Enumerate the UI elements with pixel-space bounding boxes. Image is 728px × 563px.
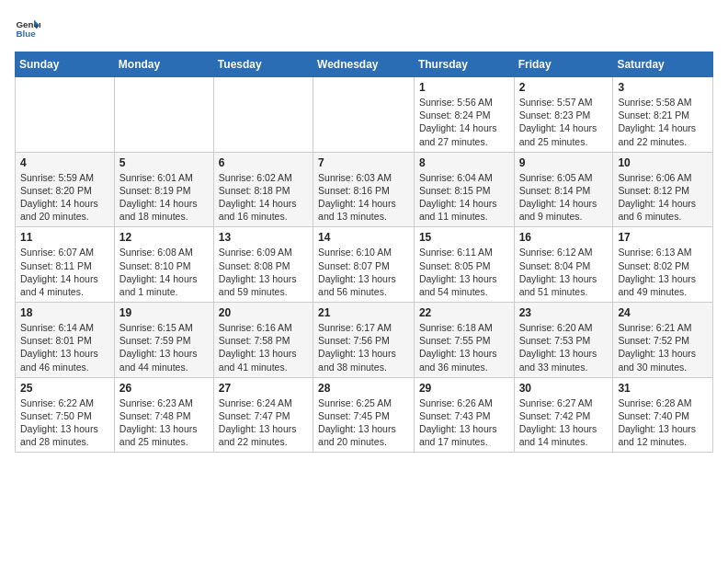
calendar-cell: 8Sunrise: 6:04 AM Sunset: 8:15 PM Daylig… (414, 152, 514, 227)
day-info: Sunrise: 6:11 AM Sunset: 8:05 PM Dayligh… (419, 246, 509, 298)
calendar-cell: 17Sunrise: 6:13 AM Sunset: 8:02 PM Dayli… (613, 227, 713, 303)
header-thursday: Thursday (414, 52, 514, 77)
day-info: Sunrise: 6:05 AM Sunset: 8:14 PM Dayligh… (519, 171, 609, 224)
day-info: Sunrise: 6:23 AM Sunset: 7:48 PM Dayligh… (119, 396, 209, 449)
calendar-cell: 15Sunrise: 6:11 AM Sunset: 8:05 PM Dayli… (414, 227, 514, 303)
calendar-cell (213, 77, 313, 153)
calendar-cell: 5Sunrise: 6:01 AM Sunset: 8:19 PM Daylig… (114, 152, 213, 227)
day-info: Sunrise: 6:01 AM Sunset: 8:19 PM Dayligh… (119, 171, 209, 224)
calendar-week-row: 4Sunrise: 5:59 AM Sunset: 8:20 PM Daylig… (16, 152, 713, 227)
calendar-cell: 27Sunrise: 6:24 AM Sunset: 7:47 PM Dayli… (213, 377, 313, 453)
day-number: 3 (618, 81, 708, 94)
calendar-cell: 9Sunrise: 6:05 AM Sunset: 8:14 PM Daylig… (514, 152, 613, 227)
day-info: Sunrise: 6:21 AM Sunset: 7:52 PM Dayligh… (618, 321, 708, 373)
day-number: 27 (219, 382, 308, 395)
day-info: Sunrise: 6:24 AM Sunset: 7:47 PM Dayligh… (219, 396, 308, 449)
calendar-cell (313, 77, 415, 153)
calendar-cell: 26Sunrise: 6:23 AM Sunset: 7:48 PM Dayli… (114, 377, 213, 453)
day-info: Sunrise: 5:56 AM Sunset: 8:24 PM Dayligh… (419, 96, 509, 148)
day-info: Sunrise: 5:59 AM Sunset: 8:20 PM Dayligh… (20, 171, 109, 224)
logo-icon: General Blue (15, 15, 40, 40)
calendar-week-row: 18Sunrise: 6:14 AM Sunset: 8:01 PM Dayli… (16, 303, 713, 378)
day-info: Sunrise: 6:10 AM Sunset: 8:07 PM Dayligh… (318, 246, 409, 298)
day-info: Sunrise: 5:57 AM Sunset: 8:23 PM Dayligh… (519, 96, 609, 148)
day-number: 26 (119, 382, 209, 395)
day-number: 6 (219, 156, 308, 169)
day-info: Sunrise: 6:13 AM Sunset: 8:02 PM Dayligh… (618, 246, 708, 298)
calendar-cell: 4Sunrise: 5:59 AM Sunset: 8:20 PM Daylig… (16, 152, 115, 227)
day-info: Sunrise: 6:25 AM Sunset: 7:45 PM Dayligh… (318, 396, 409, 449)
calendar-cell: 10Sunrise: 6:06 AM Sunset: 8:12 PM Dayli… (613, 152, 713, 227)
calendar-cell: 11Sunrise: 6:07 AM Sunset: 8:11 PM Dayli… (16, 227, 115, 303)
svg-text:Blue: Blue (16, 29, 36, 39)
calendar-week-row: 1Sunrise: 5:56 AM Sunset: 8:24 PM Daylig… (16, 77, 713, 153)
day-info: Sunrise: 6:22 AM Sunset: 7:50 PM Dayligh… (20, 396, 109, 449)
calendar-cell: 2Sunrise: 5:57 AM Sunset: 8:23 PM Daylig… (514, 77, 613, 153)
day-number: 5 (119, 156, 209, 169)
calendar-cell: 21Sunrise: 6:17 AM Sunset: 7:56 PM Dayli… (313, 303, 415, 378)
logo: General Blue (15, 15, 44, 40)
calendar-cell: 18Sunrise: 6:14 AM Sunset: 8:01 PM Dayli… (16, 303, 115, 378)
day-info: Sunrise: 6:26 AM Sunset: 7:43 PM Dayligh… (419, 396, 509, 449)
day-number: 25 (20, 382, 109, 395)
day-info: Sunrise: 6:14 AM Sunset: 8:01 PM Dayligh… (20, 321, 109, 373)
calendar-cell: 19Sunrise: 6:15 AM Sunset: 7:59 PM Dayli… (114, 303, 213, 378)
day-number: 7 (318, 156, 409, 169)
calendar-cell: 13Sunrise: 6:09 AM Sunset: 8:08 PM Dayli… (213, 227, 313, 303)
day-number: 31 (618, 382, 708, 395)
calendar-table: SundayMondayTuesdayWednesdayThursdayFrid… (15, 52, 713, 453)
header-tuesday: Tuesday (213, 52, 313, 77)
day-info: Sunrise: 5:58 AM Sunset: 8:21 PM Dayligh… (618, 96, 708, 148)
calendar-cell: 12Sunrise: 6:08 AM Sunset: 8:10 PM Dayli… (114, 227, 213, 303)
calendar-cell: 14Sunrise: 6:10 AM Sunset: 8:07 PM Dayli… (313, 227, 415, 303)
calendar-cell: 7Sunrise: 6:03 AM Sunset: 8:16 PM Daylig… (313, 152, 415, 227)
calendar-week-row: 25Sunrise: 6:22 AM Sunset: 7:50 PM Dayli… (16, 377, 713, 453)
day-info: Sunrise: 6:27 AM Sunset: 7:42 PM Dayligh… (519, 396, 609, 449)
calendar-cell (114, 77, 213, 153)
calendar-cell: 29Sunrise: 6:26 AM Sunset: 7:43 PM Dayli… (414, 377, 514, 453)
day-number: 17 (618, 231, 708, 244)
header-friday: Friday (514, 52, 613, 77)
day-info: Sunrise: 6:12 AM Sunset: 8:04 PM Dayligh… (519, 246, 609, 298)
day-info: Sunrise: 6:09 AM Sunset: 8:08 PM Dayligh… (219, 246, 308, 298)
day-info: Sunrise: 6:20 AM Sunset: 7:53 PM Dayligh… (519, 321, 609, 373)
day-number: 22 (419, 306, 509, 319)
day-info: Sunrise: 6:04 AM Sunset: 8:15 PM Dayligh… (419, 171, 509, 224)
day-info: Sunrise: 6:17 AM Sunset: 7:56 PM Dayligh… (318, 321, 409, 373)
day-info: Sunrise: 6:18 AM Sunset: 7:55 PM Dayligh… (419, 321, 509, 373)
day-info: Sunrise: 6:08 AM Sunset: 8:10 PM Dayligh… (119, 246, 209, 298)
day-info: Sunrise: 6:15 AM Sunset: 7:59 PM Dayligh… (119, 321, 209, 373)
calendar-cell: 16Sunrise: 6:12 AM Sunset: 8:04 PM Dayli… (514, 227, 613, 303)
day-number: 18 (20, 306, 109, 319)
day-number: 21 (318, 306, 409, 319)
day-number: 29 (419, 382, 509, 395)
calendar-cell: 30Sunrise: 6:27 AM Sunset: 7:42 PM Dayli… (514, 377, 613, 453)
day-info: Sunrise: 6:28 AM Sunset: 7:40 PM Dayligh… (618, 396, 708, 449)
calendar-cell: 3Sunrise: 5:58 AM Sunset: 8:21 PM Daylig… (613, 77, 713, 153)
day-info: Sunrise: 6:16 AM Sunset: 7:58 PM Dayligh… (219, 321, 308, 373)
calendar-week-row: 11Sunrise: 6:07 AM Sunset: 8:11 PM Dayli… (16, 227, 713, 303)
calendar-header-row: SundayMondayTuesdayWednesdayThursdayFrid… (16, 52, 713, 77)
calendar-cell: 20Sunrise: 6:16 AM Sunset: 7:58 PM Dayli… (213, 303, 313, 378)
calendar-cell: 6Sunrise: 6:02 AM Sunset: 8:18 PM Daylig… (213, 152, 313, 227)
day-info: Sunrise: 6:03 AM Sunset: 8:16 PM Dayligh… (318, 171, 409, 224)
calendar-cell: 28Sunrise: 6:25 AM Sunset: 7:45 PM Dayli… (313, 377, 415, 453)
calendar-cell: 31Sunrise: 6:28 AM Sunset: 7:40 PM Dayli… (613, 377, 713, 453)
day-info: Sunrise: 6:02 AM Sunset: 8:18 PM Dayligh… (219, 171, 308, 224)
calendar-cell (16, 77, 115, 153)
day-number: 16 (519, 231, 609, 244)
day-number: 8 (419, 156, 509, 169)
day-number: 20 (219, 306, 308, 319)
day-number: 14 (318, 231, 409, 244)
day-number: 15 (419, 231, 509, 244)
day-number: 23 (519, 306, 609, 319)
day-number: 12 (119, 231, 209, 244)
calendar-cell: 1Sunrise: 5:56 AM Sunset: 8:24 PM Daylig… (414, 77, 514, 153)
calendar-cell: 24Sunrise: 6:21 AM Sunset: 7:52 PM Dayli… (613, 303, 713, 378)
day-number: 24 (618, 306, 708, 319)
day-number: 4 (20, 156, 109, 169)
header-wednesday: Wednesday (313, 52, 415, 77)
day-info: Sunrise: 6:07 AM Sunset: 8:11 PM Dayligh… (20, 246, 109, 298)
header-sunday: Sunday (16, 52, 115, 77)
day-number: 19 (119, 306, 209, 319)
